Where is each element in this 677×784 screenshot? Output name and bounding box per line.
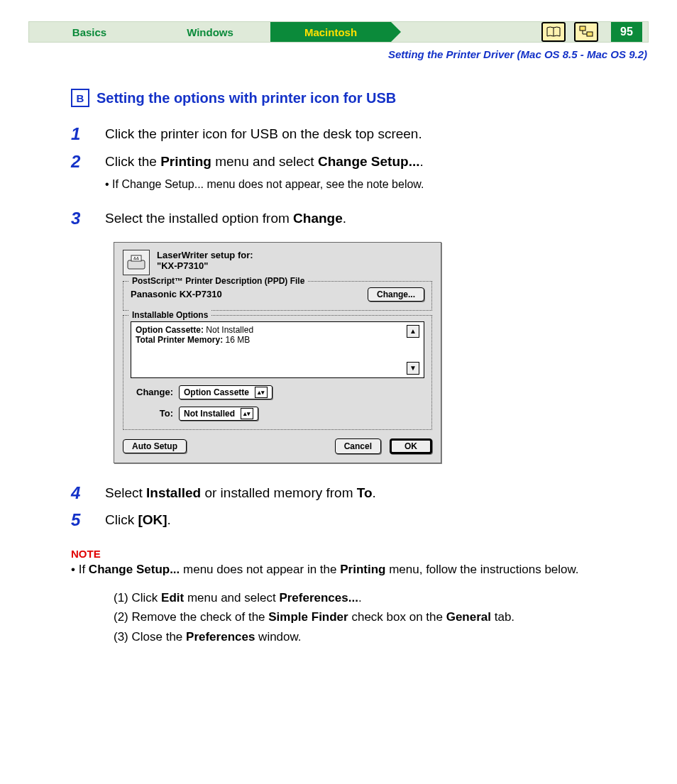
- scroll-up-icon[interactable]: ▲: [407, 325, 419, 338]
- note-body: • If Change Setup... menu does not appea…: [71, 561, 620, 579]
- svg-rect-1: [580, 26, 585, 31]
- step-5: 5 Click [OK].: [71, 510, 649, 531]
- network-icon[interactable]: [574, 22, 598, 42]
- step-3: 3 Select the installed option from Chang…: [71, 209, 649, 229]
- listbox-scrollbar[interactable]: ▲ ▼: [407, 325, 419, 375]
- auto-setup-button[interactable]: Auto Setup: [123, 439, 187, 453]
- step-4: 4 Select Installed or installed memory f…: [71, 483, 649, 504]
- options-listbox[interactable]: Option Cassette: Not Installed Total Pri…: [131, 321, 424, 378]
- dialog-title-1: LaserWriter setup for:: [157, 250, 253, 260]
- sub-heading: Setting the Printer Driver (Mac OS 8.5 -…: [28, 48, 647, 60]
- ok-button[interactable]: OK: [390, 438, 432, 454]
- change-select[interactable]: Option Cassette ▴▾: [179, 385, 273, 399]
- svg-rect-2: [587, 32, 593, 36]
- cancel-button[interactable]: Cancel: [335, 438, 381, 454]
- svg-rect-3: [128, 260, 145, 269]
- note-steps: (1) Click Edit menu and select Preferenc…: [114, 588, 649, 646]
- tab-macintosh[interactable]: Macintosh: [270, 22, 391, 42]
- page-number: 95: [611, 22, 642, 42]
- step-1: 1 Click the printer icon for USB on the …: [71, 124, 649, 145]
- ppd-group: PostScript™ Printer Description (PPD) Fi…: [123, 281, 432, 311]
- updown-icon: ▴▾: [241, 408, 253, 419]
- step-2-note: If Change Setup... menu does not appear,…: [105, 176, 424, 193]
- ppd-value: Panasonic KX-P7310: [131, 289, 222, 299]
- printer-icon: &&: [123, 250, 150, 275]
- section-letter-box: B: [71, 89, 89, 107]
- section-title: B Setting the options with printer icon …: [71, 89, 649, 107]
- tab-windows[interactable]: Windows: [150, 22, 270, 42]
- installable-options-group: Installable Options Option Cassette: Not…: [123, 315, 432, 430]
- book-icon[interactable]: [541, 22, 566, 42]
- ppd-change-button[interactable]: Change...: [368, 287, 424, 302]
- svg-text:&&: &&: [133, 256, 139, 260]
- to-select[interactable]: Not Installed ▴▾: [179, 407, 258, 421]
- scroll-down-icon[interactable]: ▼: [407, 362, 419, 375]
- note-label: NOTE: [71, 548, 649, 560]
- dialog-title-2: "KX-P7310": [157, 260, 253, 271]
- updown-icon: ▴▾: [255, 387, 268, 398]
- laserwriter-setup-dialog: && LaserWriter setup for: "KX-P7310" Pos…: [114, 242, 441, 463]
- step-2: 2 Click the Printing menu and select Cha…: [71, 152, 649, 194]
- tab-basics[interactable]: Basics: [29, 22, 150, 42]
- change-label: Change:: [131, 387, 173, 397]
- tab-bar: Basics Windows Macintosh 95: [28, 21, 649, 43]
- to-label: To:: [131, 408, 173, 419]
